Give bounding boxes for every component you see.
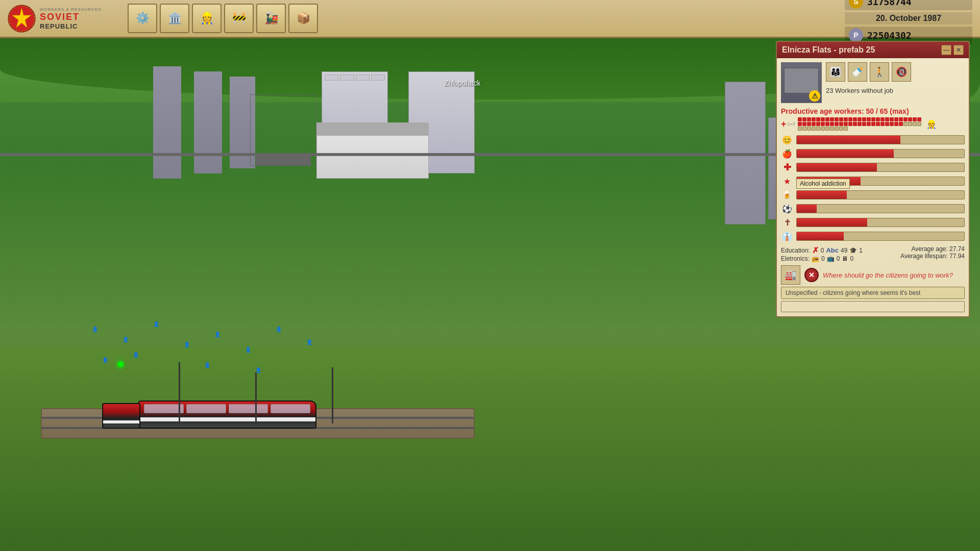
avg-age-value: 27.74	[949, 245, 965, 253]
avg-age-label: Average age:	[911, 245, 947, 253]
food-fill	[797, 149, 894, 158]
tram	[138, 400, 316, 429]
religion-icon: ⚽	[781, 203, 793, 215]
alcohol-icon: 🍺	[781, 189, 793, 201]
work-unspecified-label: Unspecified - citizens going where seems…	[781, 287, 965, 299]
clothes-fill	[797, 232, 844, 240]
toolbar-btn-4[interactable]: 🚂	[256, 4, 286, 33]
minimize-button[interactable]: —	[941, 45, 951, 55]
workers-notice: 23 Workers without job	[826, 87, 965, 94]
happiness-bar	[796, 135, 965, 144]
clothes-icon: 👔	[781, 230, 793, 242]
logo-main: SOVIET	[40, 12, 102, 22]
factory-icon: 🏭	[781, 265, 800, 285]
tv-icon: 📺	[827, 255, 835, 262]
radio-icon: 📻	[812, 255, 819, 262]
computer-value: 0	[850, 255, 853, 262]
toolbar-btn-2[interactable]: 👷	[192, 4, 222, 33]
happiness-row: 😊	[781, 134, 965, 146]
stats-section: 😊 🍎 ✚ ★	[781, 134, 965, 242]
date-resources: S 31758744 20. October 1987 P 22504302	[837, 0, 980, 44]
avg-lifespan-line: Average lifespan: 77.94	[900, 253, 965, 260]
education-line: Education: ✗ 0 Abc 49 🎓 1	[781, 245, 863, 255]
food-icon: 🍎	[781, 147, 793, 160]
toolbar-btn-3[interactable]: 🚧	[224, 4, 254, 33]
tv-value: 0	[837, 255, 840, 262]
toolbar-icons: ⚙️ 🏛️ 👷 🚧 🚂 📦	[122, 4, 837, 33]
pole-3	[332, 367, 333, 423]
city-label: Zhlopolatck	[444, 79, 481, 87]
top-hud: WORKERS & RESOURCES SOVIET REPUBLIC ⚙️ 🏛…	[0, 0, 980, 38]
toolbar-btn-0[interactable]: ⚙️	[128, 4, 157, 33]
work-section: 🏭 ✕ Where should go the citizens going t…	[781, 265, 965, 285]
religion-fill	[797, 205, 817, 213]
church-icon: ✝	[781, 216, 793, 229]
food-bar	[796, 149, 965, 158]
bg-building-2	[194, 71, 222, 173]
health-row: ✚	[781, 161, 965, 173]
avg-stats-group: Average age: 27.74 Average lifespan: 77.…	[900, 245, 965, 262]
computer-icon: 🖥	[842, 255, 848, 262]
education-electronics-group: Education: ✗ 0 Abc 49 🎓 1 Eletronics: 📻 …	[781, 245, 863, 262]
work-input-field[interactable]	[781, 301, 965, 312]
alcohol-bar	[796, 190, 965, 199]
school-value: 1	[859, 247, 863, 254]
religion-row: ⚽	[781, 203, 965, 215]
pedestrians: 👤 👤 👤 👤 👤 👤 👤 👤 👤 👤 👤 👤	[51, 316, 623, 393]
family-icon: 👨‍👩‍👧	[826, 62, 845, 82]
warning-badge: ⚠	[809, 90, 820, 102]
electronics-line: Eletronics: 📻 0 📺 0 🖥 0	[781, 255, 863, 262]
cancel-work-button[interactable]: ✕	[804, 268, 819, 282]
avg-age-line: Average age: 27.74	[900, 245, 965, 253]
avg-lifespan-value: 77.94	[949, 253, 965, 260]
work-question: Where should go the citizens going to wo…	[823, 271, 953, 279]
church-bar	[796, 218, 965, 227]
education-value: 0	[821, 247, 824, 254]
gold-icon: S	[849, 0, 863, 9]
gold-value: 31758744	[867, 0, 912, 7]
toolbar-btn-5[interactable]: 📦	[288, 4, 318, 33]
center-building	[250, 94, 316, 166]
silver-value: 22504302	[867, 30, 912, 41]
resident-icons: 👨‍👩‍👧 🍼 🚶 🔞	[826, 62, 965, 82]
happiness-fill	[797, 136, 900, 144]
date-display: 20. October 1987	[845, 12, 972, 24]
alcohol-tooltip: Alcohol addiction	[796, 179, 850, 189]
logo-subtitle: WORKERS & RESOURCES	[40, 7, 102, 12]
info-panel: Elnicza Flats - prefab 25 — ✕ ⚠ 👨‍👩‍👧	[776, 41, 970, 317]
white-building	[316, 122, 429, 179]
health-bar	[796, 163, 965, 172]
building-thumbnail: ⚠	[781, 62, 822, 103]
church-fill	[797, 218, 867, 227]
religion-bar	[796, 204, 965, 213]
electronics-value: 0	[821, 255, 825, 262]
signal-green	[117, 361, 124, 367]
panel-title-bar: Elnicza Flats - prefab 25 — ✕	[777, 42, 969, 58]
silver-icon: P	[849, 28, 863, 42]
avg-lifespan-label: Average lifespan:	[900, 253, 948, 260]
building-right-1	[725, 82, 766, 224]
adult18-icon: 🔞	[892, 62, 911, 82]
worker-dots-row: + 1=3	[781, 117, 965, 131]
bottom-stats-section: Education: ✗ 0 Abc 49 🎓 1 Eletronics: 📻 …	[781, 245, 965, 262]
close-button[interactable]: ✕	[953, 45, 964, 55]
worker-figure: 👷	[926, 119, 937, 129]
panel-content: ⚠ 👨‍👩‍👧 🍼 🚶 🔞 23 Workers without job Pro…	[777, 58, 969, 316]
logo-area: WORKERS & RESOURCES SOVIET REPUBLIC	[0, 5, 122, 33]
panel-top-section: ⚠ 👨‍👩‍👧 🍼 🚶 🔞 23 Workers without job	[781, 62, 965, 103]
adult-icon: 🚶	[870, 62, 889, 82]
toolbar-btn-1[interactable]: 🏛️	[160, 4, 189, 33]
clothes-bar	[796, 232, 965, 241]
logo-republic: REPUBLIC	[40, 22, 102, 30]
abc-label: Abc	[826, 246, 839, 254]
add-worker-button[interactable]: +	[781, 119, 787, 130]
tram-car-2	[102, 403, 140, 429]
education-cross-icon: ✗	[812, 245, 819, 255]
gold-resource-row: S 31758744	[845, 0, 972, 10]
panel-title: Elnicza Flats - prefab 25	[782, 45, 875, 55]
electronics-label: Eletronics:	[781, 255, 810, 262]
pole-1	[179, 362, 180, 423]
health-fill	[797, 163, 877, 171]
school-icon: 🎓	[849, 247, 857, 254]
productive-age-label: Productive age workers: 50 / 65 (max)	[781, 107, 965, 115]
